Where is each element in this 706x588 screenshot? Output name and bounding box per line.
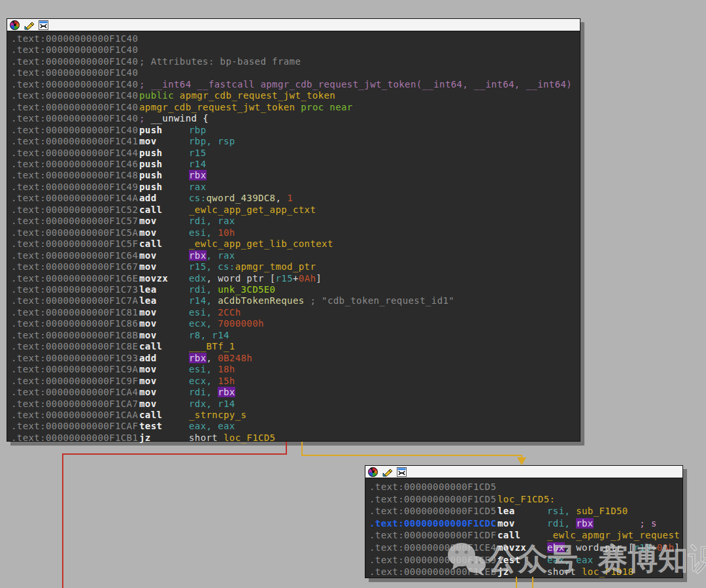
code-line[interactable]: .text:00000000000F1C40	[11, 67, 580, 78]
edit-icon[interactable]	[24, 20, 34, 30]
code-line[interactable]: .text:00000000000F1C86movecx, 7000000h	[11, 318, 580, 329]
code-line[interactable]: .text:00000000000F1C40; __int64 __fastca…	[11, 79, 580, 90]
edit-icon[interactable]	[382, 467, 392, 477]
code-line[interactable]: .text:00000000000F1C9Fmovecx, 15h	[11, 376, 580, 387]
code-line[interactable]: .text:00000000000F1C46pushr14	[11, 159, 580, 170]
disassembly-listing[interactable]: .text:00000000000F1C40.text:00000000000F…	[7, 31, 580, 444]
code-line[interactable]: .text:00000000000F1C40apmgr_cdb_request_…	[11, 102, 580, 113]
code-line[interactable]: .text:00000000000F1CAAcall_strncpy_s	[11, 410, 580, 421]
code-line[interactable]: .text:00000000000F1C40	[11, 44, 580, 56]
node-color-icon[interactable]	[10, 20, 20, 30]
code-line[interactable]: .text:00000000000F1CD5	[369, 481, 682, 493]
code-line[interactable]: .text:00000000000F1C93addrbx, 0B248h	[11, 353, 580, 364]
code-line[interactable]: .text:00000000000F1C73leardi, unk_3CD5E0	[11, 284, 580, 295]
code-line[interactable]: .text:00000000000F1C8Bmovr8, r14	[11, 330, 580, 341]
graph-window-icon[interactable]	[39, 20, 48, 30]
code-line[interactable]: .text:00000000000F1C40; __unwind {	[11, 113, 580, 124]
code-line[interactable]: .text:00000000000F1CDCmovrdi, rbx ; s	[369, 517, 682, 530]
code-line[interactable]: .text:00000000000F1C44pushr15	[11, 148, 580, 159]
code-line[interactable]: .text:00000000000F1CE9testeax, eax	[369, 554, 682, 566]
code-line[interactable]: .text:00000000000F1CE4movzxebx, word ptr…	[369, 542, 682, 554]
code-line[interactable]: .text:00000000000F1CA4movrdi, rbx	[11, 387, 580, 398]
code-line[interactable]: .text:00000000000F1CEBjzshort loc_F1D18	[369, 566, 682, 578]
code-line[interactable]: .text:00000000000F1C48pushrbx	[11, 170, 580, 181]
code-line[interactable]: .text:00000000000F1C7Alear14, aCdbTokenR…	[11, 295, 580, 306]
ida-graph-view: .text:00000000000F1C40.text:00000000000F…	[0, 0, 706, 588]
code-line[interactable]: .text:00000000000F1CD5learsi, sub_F1D50	[369, 505, 682, 517]
code-line[interactable]: .text:00000000000F1C40public apmgr_cdb_r…	[11, 90, 580, 101]
code-line[interactable]: .text:00000000000F1C5Amovesi, 10h	[11, 227, 580, 238]
code-line[interactable]: .text:00000000000F1C41movrbp, rsp	[11, 136, 580, 147]
code-line[interactable]: .text:00000000000F1C81movesi, 2CCh	[11, 307, 580, 318]
code-line[interactable]: .text:00000000000F1C8Ecall___BTf_1	[11, 341, 580, 352]
code-line[interactable]: .text:00000000000F1C40pushrbp	[11, 125, 580, 136]
disassembly-listing[interactable]: .text:00000000000F1CD5.text:00000000000F…	[365, 478, 682, 578]
graph-window-icon[interactable]	[397, 467, 407, 477]
node-titlebar[interactable]	[7, 19, 580, 31]
code-line[interactable]: .text:00000000000F1C67movr15, cs:apmgr_t…	[11, 261, 580, 272]
code-line[interactable]: .text:00000000000F1C57movrdi, rax	[11, 216, 580, 227]
code-line[interactable]: .text:00000000000F1C5Fcall_ewlc_app_get_…	[11, 238, 580, 250]
code-line[interactable]: .text:00000000000F1C52call_ewlc_app_get_…	[11, 204, 580, 216]
code-line[interactable]: .text:00000000000F1C4Aaddcs:qword_439DC8…	[11, 193, 580, 204]
code-line[interactable]: .text:00000000000F1C49pushrax	[11, 182, 580, 193]
node-titlebar[interactable]	[365, 466, 682, 478]
code-line[interactable]: .text:00000000000F1CD5loc_F1CD5:	[369, 493, 682, 506]
code-line[interactable]: .text:00000000000F1C6Emovzxedx, word ptr…	[11, 273, 580, 284]
graph-node-f1cd5[interactable]: .text:00000000000F1CD5.text:00000000000F…	[365, 465, 683, 578]
code-line[interactable]: .text:00000000000F1CDFcall_ewlc_apmgr_jw…	[369, 529, 682, 542]
code-line[interactable]: .text:00000000000F1C40	[11, 33, 580, 44]
code-line[interactable]: .text:00000000000F1C64movrbx, rax	[11, 250, 580, 261]
code-line[interactable]: .text:00000000000F1CB1jzshort loc_F1CD5	[11, 433, 580, 444]
code-line[interactable]: .text:00000000000F1CAFtesteax, eax	[11, 421, 580, 432]
node-color-icon[interactable]	[368, 467, 378, 477]
code-line[interactable]: .text:00000000000F1C40; Attributes: bp-b…	[11, 56, 580, 67]
code-line[interactable]: .text:00000000000F1C9Amovesi, 18h	[11, 364, 580, 375]
code-line[interactable]: .text:00000000000F1CA7movrdx, r14	[11, 399, 580, 410]
graph-node-f1c40[interactable]: .text:00000000000F1C40.text:00000000000F…	[7, 18, 580, 442]
